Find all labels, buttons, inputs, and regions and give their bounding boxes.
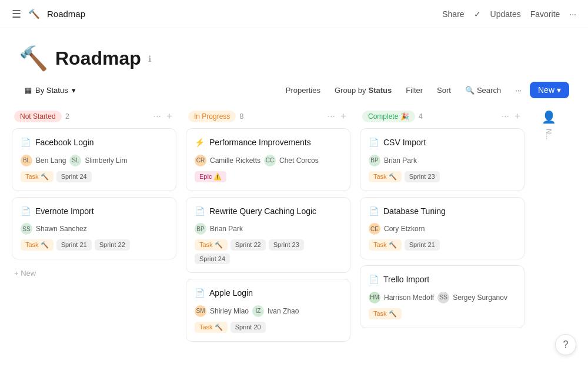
card-assignees: CRCamille RickettsCCChet Corcos <box>195 155 342 166</box>
column-count-not-started: 2 <box>65 112 69 121</box>
tag: Sprint 23 <box>405 171 440 182</box>
card-title: Rewrite Query Caching Logic <box>209 206 316 218</box>
tag: Task 🔨 <box>369 171 402 182</box>
sort-button[interactable]: Sort <box>431 83 457 98</box>
nav-left: ☰ 🔨 Roadmap <box>12 8 85 21</box>
document-icon: 📄 <box>369 138 379 147</box>
status-badge-not-started: Not Started <box>14 111 62 122</box>
group-by-button[interactable]: Group by Status <box>329 83 397 98</box>
menu-icon[interactable]: ☰ <box>12 8 21 21</box>
card-in-progress-1[interactable]: 📄Rewrite Query Caching LogicBPBrian Park… <box>186 197 350 273</box>
assignee-name: Shawn Sanchez <box>36 225 87 233</box>
tag: Sprint 23 <box>269 239 304 251</box>
card-tags: Task 🔨Sprint 23 <box>369 171 516 182</box>
toolbar-left: ▦ By Status ▾ <box>19 82 82 98</box>
toolbar-more-button[interactable]: ··· <box>509 83 527 98</box>
column-actions-complete[interactable]: ··· ＋ <box>502 110 522 122</box>
add-new-button[interactable]: + New <box>12 265 176 281</box>
tag: Sprint 20 <box>230 322 266 333</box>
column-in-progress: In Progress8··· ＋⚡Performance Improvemen… <box>186 105 350 367</box>
avatar: CE <box>369 223 380 235</box>
toolbar-right: Properties Group by Status Filter Sort 🔍… <box>280 82 569 98</box>
assignee-name: Harrison Medoff <box>384 293 434 302</box>
new-label: New <box>538 85 554 95</box>
info-icon[interactable]: ℹ <box>148 54 151 64</box>
card-assignees: BLBen LangSLSlimberly Lim <box>21 155 168 166</box>
search-button[interactable]: 🔍 Search <box>459 83 507 98</box>
tag: Sprint 21 <box>405 239 440 251</box>
document-icon: ⚡ <box>195 138 205 147</box>
card-not-started-1[interactable]: 📄Evernote ImportSSShawn SanchezTask 🔨Spr… <box>12 197 176 260</box>
tag: Task 🔨 <box>21 239 54 251</box>
tool-icon: 🔨 <box>28 8 40 19</box>
avatar: SS <box>437 292 449 303</box>
card-tags: Epic ⚠️ <box>195 171 342 182</box>
avatar: SL <box>69 155 81 166</box>
favorite-button[interactable]: Favorite <box>530 9 560 19</box>
page-header: 🔨 Roadmap ℹ <box>0 28 588 82</box>
hidden-avatar-icon: 👤 <box>542 110 556 124</box>
status-table-icon: ▦ <box>25 86 32 95</box>
ellipsis-icon[interactable]: ··· <box>328 111 335 122</box>
assignee-name: Camille Ricketts <box>210 156 260 165</box>
add-card-icon[interactable]: ＋ <box>339 110 348 122</box>
document-icon: 📄 <box>195 206 205 216</box>
card-title: Database Tuning <box>383 206 446 218</box>
assignee-name: Cory Etzkorn <box>384 225 425 233</box>
by-status-label: By Status <box>35 86 68 95</box>
card-complete-0[interactable]: 📄CSV ImportBPBrian ParkTask 🔨Sprint 23 <box>360 128 524 191</box>
avatar: HM <box>369 292 380 303</box>
filter-button[interactable]: Filter <box>400 83 429 98</box>
tag: Task 🔨 <box>195 239 228 251</box>
avatar: SS <box>21 223 32 235</box>
avatar: BL <box>21 155 32 166</box>
search-icon: 🔍 <box>465 86 475 95</box>
assignee-name: Slimberly Lim <box>85 156 127 165</box>
card-assignees: BPBrian Park <box>369 155 516 166</box>
card-complete-2[interactable]: 📄Trello ImportHMHarrison MedoffSSSergey … <box>360 265 524 328</box>
properties-button[interactable]: Properties <box>280 83 326 98</box>
ellipsis-icon[interactable]: ··· <box>153 111 161 122</box>
document-icon: 📄 <box>369 275 379 284</box>
column-actions-in-progress[interactable]: ··· ＋ <box>328 110 348 122</box>
tag: Task 🔨 <box>195 322 228 333</box>
column-actions-not-started[interactable]: ··· ＋ <box>153 110 174 122</box>
card-title: Facebook Login <box>35 137 94 149</box>
card-in-progress-0[interactable]: ⚡Performance ImprovementsCRCamille Ricke… <box>186 128 350 191</box>
search-label: Search <box>477 86 501 95</box>
document-icon: 📄 <box>21 206 31 216</box>
column-not-started: Not Started2··· ＋📄Facebook LoginBLBen La… <box>12 105 176 367</box>
tag: Task 🔨 <box>21 171 54 182</box>
card-title-row: 📄Database Tuning <box>369 206 516 218</box>
column-header-complete: Complete 🎉4··· ＋ <box>360 105 524 128</box>
card-assignees: HMHarrison MedoffSSSergey Surganov <box>369 292 516 303</box>
card-in-progress-2[interactable]: 📄Apple LoginSMShirley MiaoIZIvan ZhaoTas… <box>186 279 350 342</box>
assignee-name: Chet Corcos <box>279 156 319 165</box>
card-title-row: ⚡Performance Improvements <box>195 137 342 149</box>
by-status-button[interactable]: ▦ By Status ▾ <box>19 82 82 98</box>
share-button[interactable]: Share <box>442 9 464 19</box>
ellipsis-icon[interactable]: ··· <box>502 111 509 122</box>
document-icon: 📄 <box>195 288 205 298</box>
page-title: Roadmap <box>55 48 141 69</box>
card-complete-1[interactable]: 📄Database TuningCECory EtzkornTask 🔨Spri… <box>360 197 524 260</box>
updates-button[interactable]: Updates <box>490 9 521 19</box>
more-options-button[interactable]: ··· <box>569 9 576 19</box>
new-button[interactable]: New ▾ <box>530 82 569 98</box>
check-icon: ✓ <box>474 9 481 19</box>
add-card-icon[interactable]: ＋ <box>165 110 174 122</box>
avatar: BP <box>195 223 206 235</box>
card-assignees: SSShawn Sanchez <box>21 223 168 235</box>
avatar: CR <box>195 155 206 166</box>
hidden-column-label: N... <box>544 129 553 140</box>
card-not-started-0[interactable]: 📄Facebook LoginBLBen LangSLSlimberly Lim… <box>12 128 176 191</box>
add-card-icon[interactable]: ＋ <box>513 110 522 122</box>
help-button[interactable]: ? <box>555 334 576 355</box>
card-title-row: 📄Rewrite Query Caching Logic <box>195 206 342 218</box>
tag: Sprint 24 <box>56 171 92 182</box>
card-tags: Task 🔨 <box>369 308 516 319</box>
document-icon: 📄 <box>21 138 31 147</box>
column-header-not-started: Not Started2··· ＋ <box>12 105 176 128</box>
tag: Task 🔨 <box>369 308 402 319</box>
card-title: Performance Improvements <box>209 137 311 149</box>
